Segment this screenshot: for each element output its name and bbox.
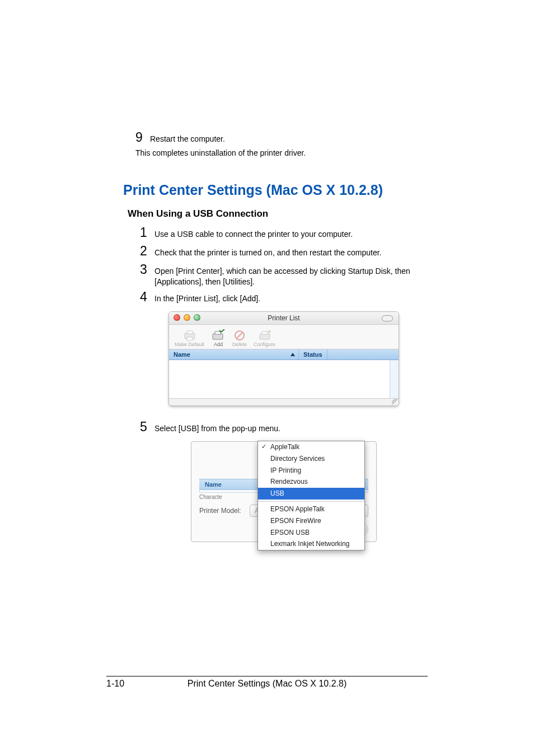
window-titlebar[interactable]: Printer List — [169, 312, 399, 325]
resize-handle[interactable] — [169, 398, 399, 405]
step-number-5: 5 — [140, 418, 154, 436]
printer-model-label: Printer Model: — [199, 507, 250, 515]
svg-rect-8 — [262, 332, 268, 334]
menu-item-usb[interactable]: USB — [258, 488, 364, 500]
window-title: Printer List — [169, 314, 399, 322]
printer-list-body — [169, 360, 399, 398]
menu-item-epson-usb[interactable]: EPSON USB — [258, 527, 364, 539]
close-icon[interactable] — [174, 314, 180, 321]
menu-separator — [258, 501, 364, 502]
page-number: 1-10 — [106, 679, 140, 689]
svg-rect-1 — [187, 331, 193, 334]
menu-item-appletalk[interactable]: AppleTalk — [258, 441, 364, 453]
printer-add-icon — [211, 329, 226, 342]
menu-item-epson-firewire[interactable]: EPSON FireWire — [258, 515, 364, 527]
configure-label: Configure — [254, 342, 275, 348]
connection-sheet: AppleTalk Directory Services IP Printing… — [191, 441, 377, 542]
step-number-9: 9 — [135, 129, 150, 146]
step-4-text: In the [Printer List], click [Add]. — [154, 291, 260, 304]
menu-item-rendezvous[interactable]: Rendezvous — [258, 476, 364, 488]
step-number-4: 4 — [140, 288, 154, 306]
delete-icon — [232, 329, 247, 342]
delete-button: Delete — [232, 329, 247, 348]
column-name[interactable]: Name — [169, 349, 299, 360]
step-9-text: Restart the computer. — [150, 132, 225, 144]
footer-title: Print Center Settings (Mac OS X 10.2.8) — [140, 679, 394, 689]
step-2-text: Check that the printer is turned on, and… — [154, 245, 381, 258]
svg-rect-2 — [187, 337, 193, 340]
step-number-3: 3 — [140, 261, 154, 278]
section-title: Print Center Settings (Mac OS X 10.2.8) — [123, 182, 428, 198]
printer-list-window: Printer List Make Default — [168, 311, 399, 406]
make-default-label: Make Default — [175, 342, 204, 348]
column-status-label: Status — [303, 351, 322, 358]
column-name-label: Name — [174, 351, 190, 358]
add-label: Add — [214, 342, 223, 348]
step-1-text: Use a USB cable to connect the printer t… — [154, 227, 353, 240]
svg-rect-4 — [215, 332, 221, 334]
column-header-row[interactable]: Name Status — [169, 349, 399, 360]
sub-section-title: When Using a USB Connection — [128, 208, 428, 220]
step-number-1: 1 — [140, 224, 154, 241]
column-status[interactable]: Status — [299, 349, 327, 360]
menu-item-epson-appletalk[interactable]: EPSON AppleTalk — [258, 503, 364, 515]
zoom-icon[interactable] — [194, 314, 200, 321]
make-default-button: Make Default — [175, 329, 204, 348]
sort-ascending-icon — [291, 353, 295, 356]
delete-label: Delete — [232, 342, 247, 348]
toolbar-toggle-icon[interactable] — [382, 315, 393, 321]
add-button[interactable]: Add — [211, 329, 226, 348]
minimize-icon[interactable] — [184, 314, 190, 321]
scrollbar[interactable] — [390, 360, 399, 398]
closing-paragraph: This completes uninstallation of the pri… — [135, 148, 428, 157]
step-5-text: Select [USB] from the pop-up menu. — [154, 421, 280, 434]
connection-popup-menu[interactable]: AppleTalk Directory Services IP Printing… — [257, 441, 365, 550]
menu-item-ip-printing[interactable]: IP Printing — [258, 465, 364, 477]
sheet-column-name[interactable]: Name — [199, 481, 227, 488]
svg-line-6 — [237, 333, 242, 338]
step-3-text: Open [Print Center], which can be access… — [154, 264, 428, 287]
printer-icon — [182, 329, 197, 342]
menu-item-lexmark[interactable]: Lexmark Inkjet Networking — [258, 538, 364, 550]
configure-icon — [257, 329, 272, 342]
menu-item-directory-services[interactable]: Directory Services — [258, 453, 364, 465]
step-number-2: 2 — [140, 242, 154, 260]
configure-button: Configure — [254, 329, 275, 348]
